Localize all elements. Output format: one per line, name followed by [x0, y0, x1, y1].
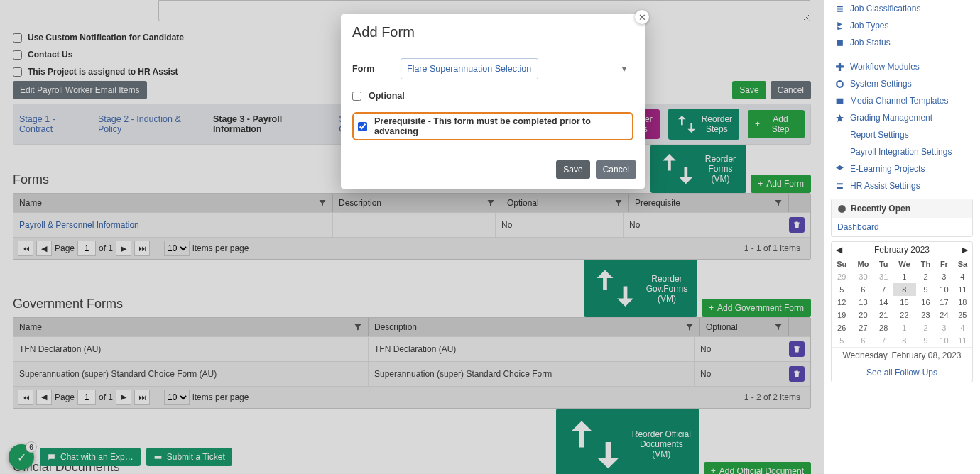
nav-system-settings[interactable]: System Settings	[831, 75, 973, 92]
calendar-day[interactable]: 18	[953, 296, 972, 309]
modal-title: Add Form	[352, 24, 633, 40]
calendar-day[interactable]: 28	[874, 321, 892, 334]
calendar-day[interactable]: 4	[953, 270, 972, 283]
nav-job-classifications[interactable]: Job Classifications	[831, 0, 973, 17]
calendar-day[interactable]: 17	[935, 296, 953, 309]
nav-grading[interactable]: Grading Management	[831, 109, 973, 126]
calendar-day[interactable]: 29	[832, 270, 851, 283]
calendar-day[interactable]: 8	[893, 283, 916, 296]
calendar-day[interactable]: 10	[935, 283, 953, 296]
nav-job-types[interactable]: Job Types	[831, 17, 973, 34]
nav-hr-assist[interactable]: HR Assist Settings	[831, 177, 973, 194]
calendar-day[interactable]: 3	[935, 270, 953, 283]
calendar-day[interactable]: 8	[893, 334, 916, 347]
modal-save-button[interactable]: Save	[556, 160, 589, 179]
recently-open-header: Recently Open	[832, 199, 972, 218]
nav-report-settings[interactable]: Report Settings	[831, 126, 973, 143]
calendar-day[interactable]: 22	[893, 309, 916, 321]
calendar-day[interactable]: 21	[874, 309, 892, 321]
calendar-day[interactable]: 25	[953, 309, 972, 321]
calendar-day[interactable]: 1	[893, 321, 916, 334]
form-select[interactable]: Flare Superannuation Selection	[401, 58, 538, 79]
close-icon[interactable]: ✕	[635, 10, 649, 24]
calendar-month-label: February 2023	[874, 245, 930, 255]
calendar-day[interactable]: 3	[935, 321, 953, 334]
calendar-day[interactable]: 4	[953, 321, 972, 334]
calendar-day[interactable]: 20	[851, 309, 874, 321]
nav-workflow-modules[interactable]: Workflow Modules	[831, 58, 973, 75]
prerequisite-label: Prerequisite - This form must be complet…	[374, 116, 628, 136]
modal-cancel-button[interactable]: Cancel	[596, 160, 636, 179]
add-form-modal: ✕ Add Form Form Flare Superannuation Sel…	[341, 14, 645, 189]
calendar-day[interactable]: 12	[832, 296, 851, 309]
calendar-day[interactable]: 31	[874, 270, 892, 283]
next-month-button[interactable]: ▶	[962, 245, 968, 255]
calendar-day[interactable]: 24	[935, 309, 953, 321]
nav-elearning[interactable]: E-Learning Projects	[831, 160, 973, 177]
clock-icon	[837, 204, 846, 214]
form-field-label: Form	[352, 64, 392, 74]
calendar-day[interactable]: 11	[953, 334, 972, 347]
prev-month-button[interactable]: ◀	[836, 245, 842, 255]
calendar-day[interactable]: 13	[851, 296, 874, 309]
calendar-day[interactable]: 7	[874, 283, 892, 296]
calendar-day[interactable]: 26	[832, 321, 851, 334]
calendar-day[interactable]: 9	[916, 334, 935, 347]
calendar: Su Mo Tu We Th Fr Sa 2930311234567891011…	[832, 258, 972, 347]
calendar-day[interactable]: 11	[953, 283, 972, 296]
calendar-today-label: Wednesday, February 08, 2023	[832, 347, 972, 363]
calendar-day[interactable]: 5	[832, 283, 851, 296]
recent-dashboard-link[interactable]: Dashboard	[837, 222, 879, 232]
calendar-day[interactable]: 15	[893, 296, 916, 309]
nav-payroll-settings[interactable]: Payroll Integration Settings	[831, 143, 973, 160]
calendar-day[interactable]: 7	[874, 334, 892, 347]
nav-job-status[interactable]: Job Status	[831, 34, 973, 51]
see-followups-link[interactable]: See all Follow-Ups	[866, 368, 937, 377]
optional-label: Optional	[369, 91, 405, 101]
optional-checkbox[interactable]	[352, 92, 361, 101]
calendar-day[interactable]: 27	[851, 321, 874, 334]
calendar-day[interactable]: 2	[916, 321, 935, 334]
calendar-day[interactable]: 6	[851, 334, 874, 347]
calendar-day[interactable]: 9	[916, 283, 935, 296]
calendar-day[interactable]: 14	[874, 296, 892, 309]
calendar-day[interactable]: 6	[851, 283, 874, 296]
calendar-day[interactable]: 1	[893, 270, 916, 283]
calendar-day[interactable]: 23	[916, 309, 935, 321]
calendar-day[interactable]: 30	[851, 270, 874, 283]
calendar-day[interactable]: 5	[832, 334, 851, 347]
calendar-day[interactable]: 19	[832, 309, 851, 321]
calendar-day[interactable]: 10	[935, 334, 953, 347]
calendar-day[interactable]: 16	[916, 296, 935, 309]
prerequisite-checkbox[interactable]	[358, 122, 367, 131]
calendar-day[interactable]: 2	[916, 270, 935, 283]
nav-media-templates[interactable]: Media Channel Templates	[831, 92, 973, 109]
